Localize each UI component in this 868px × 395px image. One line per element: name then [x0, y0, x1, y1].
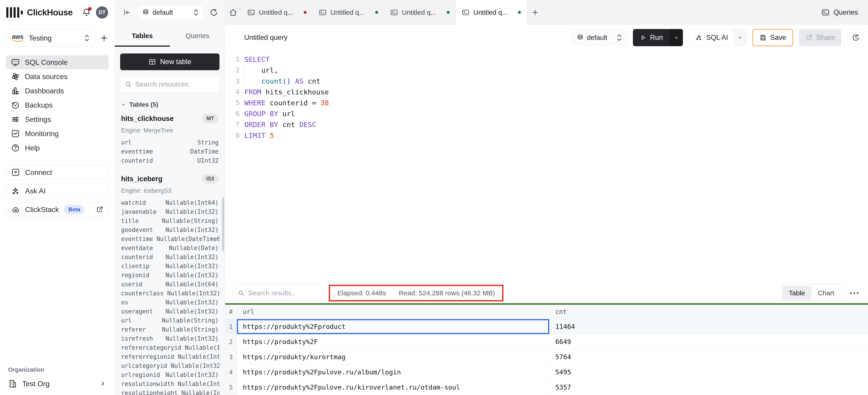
field-row[interactable]: clientipNullable(Int32) — [120, 263, 219, 272]
share-icon — [805, 34, 812, 41]
code-line-4: 4FROM hits_clickhouse — [225, 86, 868, 97]
results-search[interactable] — [233, 285, 324, 301]
database-selector-editor[interactable]: default — [572, 30, 627, 45]
sidebar-item-dashboards[interactable]: Dashboards — [6, 84, 108, 98]
collapse-sidebar-icon[interactable] — [123, 8, 131, 17]
column-header-cnt[interactable]: cnt — [549, 305, 868, 319]
field-row[interactable]: resolutionheightNullable(In — [120, 390, 219, 395]
url-cell[interactable]: https://produkty%2Fpulove.ru/album/login — [237, 365, 549, 379]
result-row-1[interactable]: 1https://produkty%2Fproduct11464 — [225, 319, 868, 334]
service-selector[interactable]: aws Testing — [6, 29, 95, 47]
resource-search[interactable] — [120, 76, 219, 92]
table-header[interactable]: hits_icebergIS3 — [120, 174, 219, 184]
field-row[interactable]: referercategoryidNullable(I — [120, 344, 219, 353]
column-header-index[interactable]: # — [225, 305, 237, 319]
sidebar-item-sql-console[interactable]: SQL Console — [6, 55, 108, 69]
query-tab-3[interactable]: Untitled q... — [384, 0, 456, 25]
new-table-button[interactable]: New table — [120, 53, 219, 70]
field-row[interactable]: urlNullable(String) — [120, 317, 219, 326]
field-row[interactable]: eventdateNullable(Date) — [120, 245, 219, 254]
result-row-3[interactable]: 3https://produkty/kurortmag5764 — [225, 349, 868, 365]
field-row[interactable]: urlString — [120, 139, 219, 148]
result-row-2[interactable]: 2https://produkty%2F6649 — [225, 334, 868, 349]
sql-ai-options-button[interactable] — [734, 29, 746, 46]
field-row[interactable]: eventtimeDateTime — [120, 148, 219, 157]
run-options-button[interactable] — [670, 29, 683, 46]
home-button[interactable] — [225, 0, 241, 25]
sql-editor[interactable]: 1SELECT2 url,3 count() AS cnt4FROM hits_… — [225, 50, 868, 283]
field-row[interactable]: useridNullable(Int64) — [120, 281, 219, 290]
field-row[interactable]: refererNullable(String) — [120, 326, 219, 335]
clickhouse-logo-icon — [6, 7, 23, 18]
field-row[interactable]: resolutionwidthNullable(Int — [120, 380, 219, 390]
tables-section-header[interactable]: Tables (5) — [120, 101, 219, 108]
table-name: hits_iceberg — [121, 175, 202, 183]
more-options-icon[interactable] — [848, 292, 860, 294]
notifications-button[interactable] — [82, 8, 91, 17]
field-row[interactable]: osNullable(Int32) — [120, 299, 219, 308]
results-search-input[interactable] — [248, 289, 335, 297]
save-button[interactable]: Save — [752, 29, 793, 46]
url-cell[interactable]: https://produkty%2F — [237, 334, 549, 349]
share-button[interactable]: Share — [799, 29, 841, 46]
sidebar-item-help[interactable]: Help — [6, 141, 108, 155]
field-row[interactable]: isrefreshNullable(Int32) — [120, 335, 219, 344]
panel-tab-tables[interactable]: Tables — [115, 25, 170, 47]
sql-ai-button[interactable]: SQL AI — [689, 29, 746, 46]
field-row[interactable]: goodeventNullable(Int32) — [120, 226, 219, 235]
query-history-button[interactable] — [847, 29, 864, 46]
ask-ai-button[interactable]: Ask AI — [6, 184, 108, 198]
field-row[interactable]: urlregionidNullable(Int32) — [120, 371, 219, 380]
field-row[interactable]: regionidNullable(Int32) — [120, 272, 219, 281]
sidebar-item-settings[interactable]: Settings — [6, 112, 108, 126]
result-row-4[interactable]: 4https://produkty%2Fpulove.ru/album/logi… — [225, 365, 868, 380]
sidebar-item-monitoring[interactable]: Monitoring — [6, 126, 108, 141]
result-row-5[interactable]: 5https://produkty%2Fpulove.ru/kiroverlan… — [225, 380, 868, 395]
cnt-cell[interactable]: 11464 — [549, 319, 868, 334]
cnt-cell[interactable]: 5495 — [549, 365, 868, 379]
view-toggle-table[interactable]: Table — [782, 286, 811, 300]
panel-scrollbar[interactable] — [222, 197, 224, 251]
query-tab-2[interactable]: Untitled q... — [312, 0, 384, 25]
connect-button[interactable]: Connect — [6, 165, 108, 179]
clickhouse-logo[interactable]: ClickHouse — [6, 7, 73, 18]
query-title[interactable]: Untitled query — [244, 33, 287, 42]
sidebar-item-data-sources[interactable]: Data sources — [6, 69, 108, 84]
field-row[interactable]: counteridUInt32 — [120, 157, 219, 166]
database-selector-top[interactable]: default — [137, 5, 204, 20]
field-row[interactable]: watchidNullable(Int64) — [120, 199, 219, 208]
query-tab-1[interactable]: Untitled q... — [241, 0, 312, 25]
field-row[interactable]: urlcategoryidNullable(Int32 — [120, 362, 219, 371]
cnt-cell[interactable]: 5764 — [549, 349, 868, 364]
cnt-cell[interactable]: 6649 — [549, 334, 868, 349]
field-row[interactable]: useragentNullable(Int32) — [120, 308, 219, 317]
view-toggle-chart[interactable]: Chart — [811, 286, 841, 300]
run-button[interactable]: Run — [633, 29, 683, 46]
table-header[interactable]: hits_clickhouseMT — [120, 114, 219, 123]
add-service-button[interactable] — [99, 33, 108, 43]
field-row[interactable]: eventtimeNullable(DateTime6 — [120, 235, 219, 245]
column-header-url[interactable]: url — [237, 305, 549, 319]
resource-search-input[interactable] — [135, 80, 223, 88]
cnt-cell[interactable]: 5357 — [549, 380, 868, 395]
url-cell[interactable]: https://produkty%2Fproduct — [237, 319, 549, 334]
field-name: userid — [121, 281, 142, 288]
refresh-icon[interactable] — [210, 8, 218, 17]
clickstack-button[interactable]: ClickStackBeta — [6, 202, 108, 217]
field-row[interactable]: titleNullable(String) — [120, 218, 219, 226]
query-tab-4[interactable]: Untitled q... — [456, 0, 527, 25]
field-row[interactable]: javaenableNullable(Int32) — [120, 208, 219, 218]
sidebar-item-backups[interactable]: Backups — [6, 98, 108, 112]
url-cell[interactable]: https://produkty%2Fpulove.ru/kiroverlane… — [237, 380, 549, 395]
field-row[interactable]: refererregionidNullable(Int — [120, 353, 219, 362]
tab-label: Untitled q... — [473, 9, 514, 16]
field-row[interactable]: counterclassNullable(Int32) — [120, 290, 219, 299]
url-cell[interactable]: https://produkty/kurortmag — [237, 349, 549, 364]
panel-tab-queries[interactable]: Queries — [170, 25, 225, 47]
avatar[interactable]: DT — [96, 6, 108, 19]
organization-entry[interactable]: Test Org — [6, 379, 108, 388]
queries-button[interactable]: Queries — [811, 0, 868, 25]
field-row[interactable]: counteridNullable(Int32) — [120, 254, 219, 263]
new-tab-button[interactable] — [527, 0, 543, 25]
field-type: Nullable(String) — [158, 218, 219, 224]
